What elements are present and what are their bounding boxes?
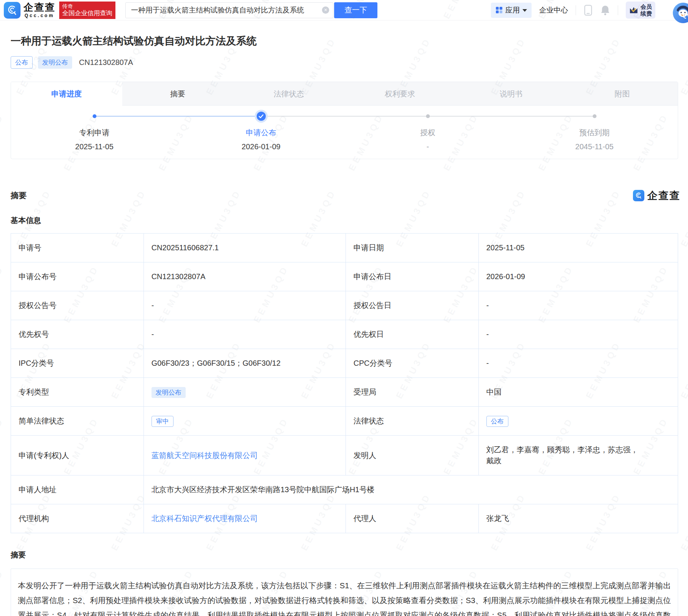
brand-name: 企查查 (24, 2, 55, 12)
field-value: CN202511606827.1 (144, 234, 346, 262)
timeline-dot (93, 114, 96, 118)
abstract-section-title: 摘要 (11, 550, 678, 560)
value-text: - (486, 330, 489, 338)
top-header: 企查查 Qcc.com 传奇 全国企业信用查询 × 查一下 应用 企业中心 (0, 0, 688, 21)
field-label: 申请日期 (346, 234, 479, 262)
field-label: 授权公告号 (11, 291, 144, 320)
field-label: 授权公告日 (346, 291, 479, 320)
timeline-step: 申请公布2026-01-09 (178, 112, 344, 151)
apps-label: 应用 (505, 5, 520, 15)
field-label: 代理机构 (11, 504, 144, 533)
field-value: - (478, 320, 678, 349)
tab-4[interactable]: 权利要求 (344, 82, 456, 106)
table-row: 申请号CN202511606827.1申请日期2025-11-05 (11, 234, 678, 262)
qcc-logo-icon (4, 2, 21, 19)
field-label: 简单法律状态 (11, 407, 144, 436)
timeline-step: 预估到期2045-11-05 (511, 112, 678, 151)
value-text: 北京市大兴区经济技术开发区荣华南路13号院中航国际广场H1号楼 (151, 485, 375, 494)
table-row: 申请(专利权)人蓝箭航天空间科技股份有限公司发明人刘乙君，李嘉骞，顾秀聪，李泽忠… (11, 436, 678, 475)
table-row: 简单法律状态审中法律状态公布 (11, 407, 678, 436)
vip-line2: 续费 (641, 10, 652, 17)
patent-type-badge: 发明公布 (38, 56, 72, 69)
notification-bell-icon[interactable] (600, 5, 610, 16)
progress-panel: 申请进度摘要法律状态权利要求说明书附图 专利申请2025-11-05申请公布20… (11, 82, 678, 159)
field-value: 中国 (478, 378, 678, 407)
tab-6[interactable]: 附图 (566, 82, 678, 106)
tab-2[interactable]: 摘要 (122, 82, 234, 106)
field-value: CN121302807A (144, 262, 346, 291)
vip-line1: 会员 (641, 3, 652, 10)
customer-service-mascot-button[interactable] (672, 2, 688, 24)
field-value: 蓝箭航天空间科技股份有限公司 (144, 436, 346, 475)
page-title: 一种用于运载火箭主结构试验仿真自动对比方法及系统 (11, 34, 678, 48)
value-text: 中国 (486, 388, 502, 396)
qcc-brand-text: 企查查 (647, 189, 680, 202)
qcc-brand-icon (633, 190, 644, 201)
search-input[interactable] (131, 6, 319, 14)
qcc-brand-mark: 企查查 (633, 189, 680, 202)
value-text: - (486, 301, 489, 310)
promo-badge[interactable]: 传奇 全国企业信用查询 (59, 2, 115, 19)
table-row: 授权公告号-授权公告日- (11, 291, 678, 320)
value-badge: 发明公布 (151, 387, 186, 398)
value-badge: 公布 (486, 416, 508, 427)
field-value: - (478, 349, 678, 378)
field-value: 北京市大兴区经济技术开发区荣华南路13号院中航国际广场H1号楼 (144, 475, 678, 504)
value-text: 刘乙君，李嘉骞，顾秀聪，李泽忠，苏志强， 戴政 (486, 445, 638, 465)
search-button[interactable]: 查一下 (334, 2, 377, 18)
value-text: - (151, 301, 154, 310)
field-value: - (478, 291, 678, 320)
field-value: 北京科石知识产权代理有限公司 (144, 504, 346, 533)
value-text: 张龙飞 (486, 514, 509, 523)
timeline-dot (426, 114, 430, 118)
qcc-logo[interactable]: 企查查 Qcc.com (4, 2, 55, 19)
brand-domain: Qcc.com (25, 13, 55, 18)
application-timeline: 专利申请2025-11-05申请公布2026-01-09授权-预估到期2045-… (11, 106, 678, 159)
timeline-step-date: 2025-11-05 (11, 142, 178, 151)
value-text: 2025-11-05 (486, 243, 525, 252)
entity-link[interactable]: 蓝箭航天空间科技股份有限公司 (151, 451, 258, 460)
enterprise-center-link[interactable]: 企业中心 (539, 5, 568, 15)
crown-icon (629, 6, 638, 14)
abstract-text: 本发明公开了一种用于运载火箭主结构试验仿真自动对比方法及系统，该方法包括以下步骤… (11, 569, 678, 616)
entity-link[interactable]: 北京科石知识产权代理有限公司 (151, 514, 258, 523)
field-label: 申请公布日 (346, 262, 479, 291)
tab-5[interactable]: 说明书 (456, 82, 567, 106)
divider (618, 5, 618, 15)
timeline-step-label: 授权 (344, 128, 511, 138)
field-value: 张龙飞 (478, 504, 678, 533)
table-row: 申请人地址北京市大兴区经济技术开发区荣华南路13号院中航国际广场H1号楼 (11, 475, 678, 504)
publication-number: CN121302807A (79, 58, 133, 67)
field-value: - (144, 291, 346, 320)
timeline-dot (593, 114, 596, 118)
timeline-step-date: 2026-01-09 (178, 142, 344, 151)
field-label: 发明人 (346, 436, 479, 475)
field-value: G06F30/23；G06F30/15；G06F30/12 (144, 349, 346, 378)
summary-section-title: 摘要 (11, 190, 27, 201)
checkmark-icon (257, 112, 266, 121)
table-row: 代理机构北京科石知识产权代理有限公司代理人张龙飞 (11, 504, 678, 533)
field-label: 申请号 (11, 234, 144, 262)
vip-renew-button[interactable]: 会员 续费 (626, 2, 655, 19)
field-label: 申请人地址 (11, 475, 144, 504)
field-value: 2026-01-09 (478, 262, 678, 291)
table-row: 专利类型发明公布受理局中国 (11, 378, 678, 407)
mobile-app-icon[interactable] (584, 5, 593, 16)
chevron-down-icon (522, 9, 527, 12)
promo-line2: 全国企业信用查询 (62, 9, 112, 17)
field-label: 优先权日 (346, 320, 479, 349)
tab-1[interactable]: 申请进度 (11, 82, 122, 106)
timeline-step-label: 预估到期 (511, 128, 678, 138)
field-label: 申请(专利权)人 (11, 436, 144, 475)
tab-3[interactable]: 法律状态 (233, 82, 344, 106)
value-text: CN202511606827.1 (151, 243, 219, 252)
field-label: 优先权号 (11, 320, 144, 349)
basic-info-table: 申请号CN202511606827.1申请日期2025-11-05申请公布号CN… (11, 233, 678, 533)
timeline-step: 专利申请2025-11-05 (11, 112, 178, 151)
value-text: - (486, 359, 489, 367)
clear-search-icon[interactable]: × (322, 6, 329, 14)
field-value: 发明公布 (144, 378, 346, 407)
field-value: 审中 (144, 407, 346, 436)
apps-menu[interactable]: 应用 (491, 3, 532, 18)
field-label: 法律状态 (346, 407, 479, 436)
